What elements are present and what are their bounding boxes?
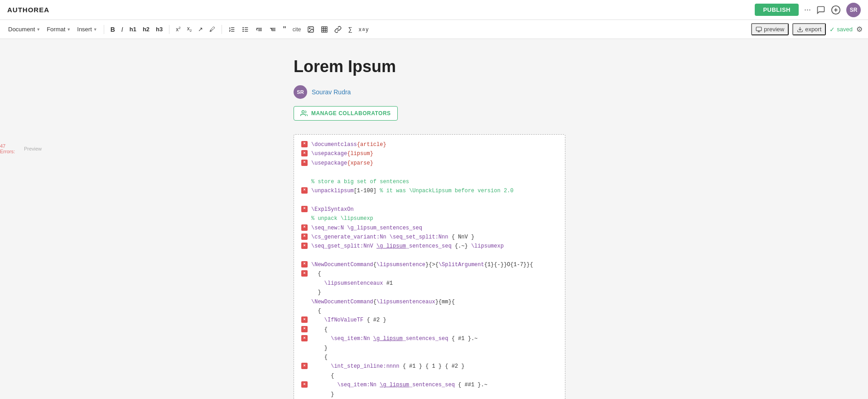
- error-icon: ×: [301, 234, 308, 240]
- document-title[interactable]: Lorem Ipsum: [294, 57, 565, 76]
- chat-icon[interactable]: [816, 5, 825, 15]
- svg-point-11: [243, 31, 243, 31]
- manage-collab-label: MANAGE COLLABORATORS: [311, 110, 391, 117]
- author-name[interactable]: Sourav Rudra: [312, 88, 351, 96]
- formula-button[interactable]: xay: [356, 24, 371, 34]
- highlight-button[interactable]: 🖊: [207, 24, 218, 34]
- ordered-list-button[interactable]: [226, 24, 238, 35]
- insert-menu[interactable]: Insert ▼: [74, 24, 100, 34]
- error-icon: ×: [301, 206, 308, 212]
- hyperlink-button[interactable]: [332, 24, 344, 35]
- add-icon[interactable]: [831, 5, 841, 15]
- indent-decrease-button[interactable]: [253, 24, 265, 35]
- code-line: [301, 168, 558, 177]
- top-nav: AUTHOREA PUBLISH ··· SR: [0, 0, 868, 20]
- code-line: × \ExplSyntaxOn: [301, 205, 558, 214]
- errors-count: 47 Errors:: [0, 143, 21, 154]
- table-button[interactable]: [318, 24, 331, 35]
- h2-button[interactable]: h2: [140, 24, 152, 34]
- code-line: }: [301, 288, 558, 297]
- code-line: {: [301, 307, 558, 316]
- error-icon: ×: [301, 261, 308, 268]
- link-button[interactable]: ↗: [195, 24, 206, 34]
- italic-button[interactable]: I: [119, 24, 126, 35]
- bold-button[interactable]: B: [108, 24, 118, 35]
- doc-content: Lorem Ipsum SR Sourav Rudra MANAGE COLLA…: [294, 57, 565, 399]
- code-line: × \seq_gset_split:NnV \g_lipsum_sentence…: [301, 242, 558, 251]
- svg-point-10: [243, 29, 243, 29]
- h1-button[interactable]: h1: [127, 24, 139, 34]
- image-button[interactable]: [304, 24, 317, 35]
- code-block-wrapper: × \documentclass{article} × \usepackage{…: [294, 134, 565, 399]
- code-line: × \unpacklipsum[1-100] % it was \UnpackL…: [301, 186, 558, 195]
- error-icon: ×: [301, 243, 308, 249]
- error-icon: ×: [301, 187, 308, 194]
- errors-sidebar: 47 Errors: Preview: [0, 39, 45, 399]
- error-icon: ×: [301, 381, 308, 388]
- code-line: × \usepackage{lipsum}: [301, 149, 558, 158]
- toolbar-separator: [104, 25, 104, 34]
- toolbar-right: preview export ✓ saved ⚙: [751, 23, 863, 35]
- more-icon[interactable]: ···: [804, 5, 811, 15]
- math-button[interactable]: ∑: [345, 24, 355, 34]
- code-line: % unpack \lipsumexp: [301, 214, 558, 223]
- svg-rect-20: [322, 27, 327, 32]
- document-menu[interactable]: Document ▼: [5, 24, 43, 34]
- h3-button[interactable]: h3: [153, 24, 165, 34]
- code-line: × \seq_item:Nn \g_lipsum_sentences_seq {…: [301, 380, 558, 389]
- errors-row: 47 Errors: Preview: [0, 143, 42, 154]
- error-icon: ×: [301, 141, 308, 147]
- code-line: [301, 195, 558, 204]
- format-group: B I h1 h2 h3: [108, 24, 166, 35]
- code-line: × \int_step_inline:nnnn { #1 } { 1 } { #…: [301, 362, 558, 371]
- export-button[interactable]: export: [792, 23, 826, 35]
- document-area: Lorem Ipsum SR Sourav Rudra MANAGE COLLA…: [45, 39, 814, 399]
- code-line: × \NewDocumentCommand{\lipsumsentence}{>…: [301, 260, 558, 269]
- code-block[interactable]: × \documentclass{article} × \usepackage{…: [294, 134, 565, 399]
- code-line: × {: [301, 269, 558, 278]
- document-group: Document ▼ Format ▼ Insert ▼: [5, 24, 100, 34]
- code-line: % store a big set of sentences: [301, 177, 558, 186]
- error-icon: ×: [301, 270, 308, 277]
- toolbar: Document ▼ Format ▼ Insert ▼ B I h1 h2 h…: [0, 20, 868, 39]
- code-line: [301, 251, 558, 260]
- preview-label[interactable]: Preview: [24, 146, 42, 151]
- code-line: }: [301, 390, 558, 399]
- main-area: 47 Errors: Preview Lorem Ipsum SR Sourav…: [0, 39, 868, 399]
- settings-icon[interactable]: ⚙: [856, 25, 863, 34]
- code-line: \lipsumsentenceaux #1: [301, 279, 558, 288]
- list-group: " cite ∑ xay: [226, 24, 371, 35]
- avatar[interactable]: SR: [846, 3, 861, 17]
- right-panel: [814, 39, 868, 399]
- error-icon: ×: [301, 326, 308, 332]
- code-line: × \IfNoValueTF { #2 }: [301, 316, 558, 325]
- publish-button[interactable]: PUBLISH: [755, 4, 799, 16]
- code-line: × \seq_new:N \g_lipsum_sentences_seq: [301, 224, 558, 233]
- unordered-list-button[interactable]: [239, 24, 252, 35]
- indent-increase-button[interactable]: [266, 24, 279, 35]
- code-line: {: [301, 353, 558, 362]
- code-line: × \cs_generate_variant:Nn \seq_set_split…: [301, 233, 558, 242]
- author-avatar: SR: [294, 85, 307, 99]
- code-line: × \documentclass{article}: [301, 140, 558, 149]
- error-icon: ×: [301, 150, 308, 156]
- error-icon: ×: [301, 224, 308, 231]
- subscript-button[interactable]: x2: [184, 24, 194, 34]
- svg-point-29: [302, 111, 304, 113]
- format-menu[interactable]: Format ▼: [44, 24, 73, 34]
- error-icon: ×: [301, 335, 308, 341]
- code-line: \NewDocumentCommand{\lipsumsentenceaux}{…: [301, 297, 558, 307]
- checkmark-icon: ✓: [829, 26, 835, 33]
- blockquote-button[interactable]: ": [280, 24, 289, 35]
- preview-button[interactable]: preview: [751, 23, 789, 35]
- toolbar-separator-2: [169, 25, 169, 34]
- chevron-down-icon: ▼: [36, 27, 40, 32]
- svg-point-19: [309, 28, 310, 29]
- superscript-button[interactable]: x2: [173, 24, 183, 34]
- manage-collaborators-button[interactable]: MANAGE COLLABORATORS: [294, 106, 398, 121]
- code-line: × \usepackage{xparse}: [301, 159, 558, 168]
- code-line: }: [301, 344, 558, 353]
- saved-badge: ✓ saved: [829, 26, 853, 33]
- text-format-group: x2 x2 ↗ 🖊: [173, 24, 218, 34]
- cite-button[interactable]: cite: [290, 24, 304, 34]
